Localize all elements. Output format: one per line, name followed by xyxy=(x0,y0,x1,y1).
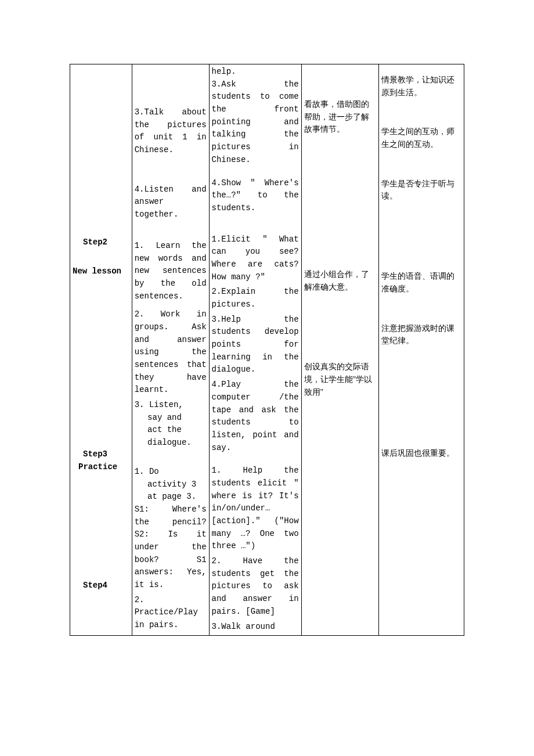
stu-practice-1b: activity 3 xyxy=(135,478,207,491)
stu-item-4: 4.Listen and answer together. xyxy=(135,183,207,221)
note-5: 注意把握游戏时的课堂纪律。 xyxy=(381,322,461,347)
stu-practice-2: 2. Practice/Play in pairs. xyxy=(135,594,207,632)
note-2: 学生之间的互动，师生之间的互动。 xyxy=(381,125,461,150)
tea-item-3: 3.Ask the students to come the front poi… xyxy=(212,78,299,167)
purpose-2: 通过小组合作，了解准确大意。 xyxy=(304,268,377,293)
tea-practice-1: 1. Help the students elicit " where is i… xyxy=(212,465,299,553)
stu-newlesson-3d: dialogue. xyxy=(135,437,207,449)
purpose-1: 看故事，借助图的帮助，进一步了解故事情节。 xyxy=(304,98,377,136)
stu-newlesson-2: 2. Work in groups. Ask and answer using … xyxy=(135,308,207,397)
tea-item-4: 4.Show " Where's the…?" to the students. xyxy=(212,177,299,215)
page: Step2 New lesson Step3 Practice Step4 3.… xyxy=(0,0,534,756)
stu-newlesson-3b: say and xyxy=(135,412,207,424)
stu-item-3: 3.Talk about the pictures of unit 1 in C… xyxy=(135,106,207,157)
stu-newlesson-1: 1. Learn the new words and new sentences… xyxy=(135,240,207,303)
stu-practice-1a: 1. Do xyxy=(135,466,207,478)
tea-newlesson-4: 4.Play the computer /the tape and ask th… xyxy=(212,379,299,454)
note-3: 学生是否专注于听与读。 xyxy=(381,178,461,203)
note-4: 学生的语音、语调的准确度。 xyxy=(381,270,461,295)
tea-practice-3: 3.Walk around xyxy=(212,621,299,633)
step3-label: Step3 xyxy=(73,448,129,461)
step-cell: Step2 New lesson Step3 Practice Step4 xyxy=(70,64,132,636)
stu-practice-dialog: S1: Where's the pencil? S2: Is it under … xyxy=(135,503,207,592)
tea-newlesson-3: 3.Help the students develop points for l… xyxy=(212,314,299,376)
purpose-cell: 看故事，借助图的帮助，进一步了解故事情节。 通过小组合作，了解准确大意。 创设真… xyxy=(301,64,379,636)
stu-newlesson-3a: 3. Listen, xyxy=(135,399,207,412)
stu-newlesson-3c: act the xyxy=(135,424,207,437)
note-1: 情景教学，让知识还原到生活。 xyxy=(381,74,461,99)
tea-newlesson-2: 2.Explain the pictures. xyxy=(212,286,299,311)
newlesson-label: New lesson xyxy=(73,265,129,278)
tea-help: help. xyxy=(212,66,299,78)
tea-newlesson-1: 1.Elicit " What can you see? Where are c… xyxy=(212,233,299,284)
table-row: Step2 New lesson Step3 Practice Step4 3.… xyxy=(70,64,464,636)
step4-label: Step4 xyxy=(73,579,129,592)
note-6: 课后巩固也很重要。 xyxy=(381,447,461,460)
lesson-plan-table: Step2 New lesson Step3 Practice Step4 3.… xyxy=(70,64,464,636)
teacher-activity-cell: help. 3.Ask the students to come the fro… xyxy=(209,64,301,636)
purpose-3: 创设真实的交际语境，让学生能"学以致用" xyxy=(304,361,377,398)
step2-label: Step2 xyxy=(73,236,129,249)
stu-practice-1c: at page 3. xyxy=(135,491,207,503)
practice-label: Practice xyxy=(73,461,129,474)
notes-cell: 情景教学，让知识还原到生活。 学生之间的互动，师生之间的互动。 学生是否专注于听… xyxy=(379,64,464,636)
tea-practice-2: 2. Have the students get the pictures to… xyxy=(212,555,299,618)
student-activity-cell: 3.Talk about the pictures of unit 1 in C… xyxy=(132,64,209,636)
